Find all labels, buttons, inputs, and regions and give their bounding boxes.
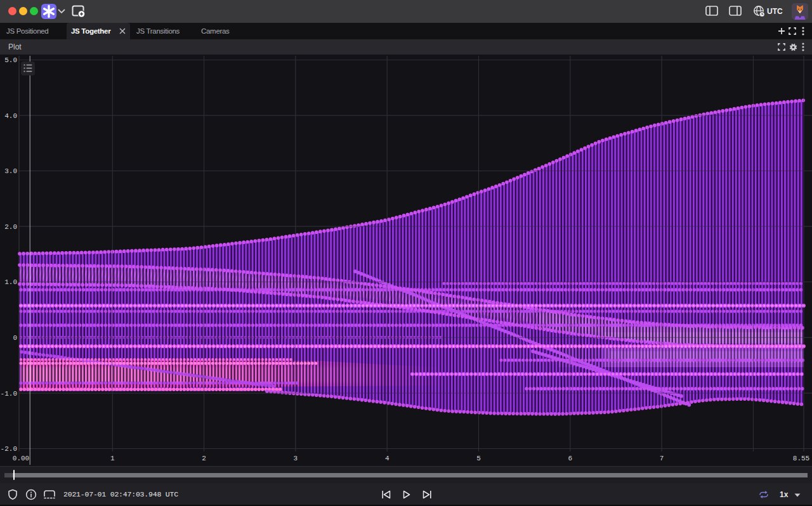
svg-text:-1.0: -1.0: [1, 390, 17, 398]
svg-text:-2.0: -2.0: [1, 445, 17, 453]
svg-text:0: 0: [13, 334, 17, 342]
svg-text:8.55: 8.55: [793, 455, 809, 462]
svg-text:4.0: 4.0: [4, 112, 17, 120]
svg-text:5: 5: [476, 455, 481, 462]
svg-text:6: 6: [568, 455, 572, 462]
svg-text:4: 4: [385, 455, 390, 462]
svg-text:1: 1: [110, 455, 115, 462]
svg-text:2.0: 2.0: [4, 223, 17, 231]
svg-text:2: 2: [202, 455, 206, 462]
svg-text:3: 3: [294, 455, 298, 462]
svg-text:1.0: 1.0: [4, 278, 17, 286]
svg-text:7: 7: [660, 455, 664, 462]
svg-text:0.00: 0.00: [13, 455, 29, 462]
svg-text:5.0: 5.0: [4, 56, 17, 64]
svg-text:3.0: 3.0: [4, 167, 17, 175]
